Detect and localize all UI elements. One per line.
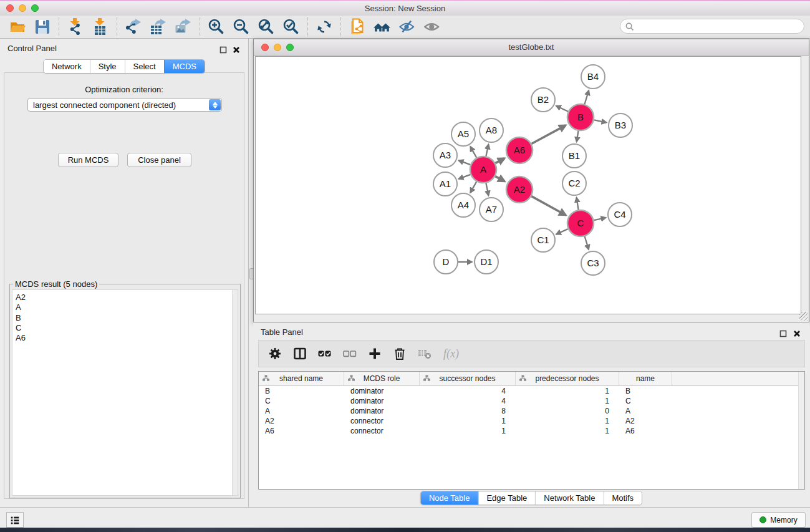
table-cell[interactable]: 1	[420, 417, 516, 425]
graph-node-B3[interactable]: B3	[609, 114, 632, 137]
criterion-dropdown[interactable]: largest connected component (directed)	[27, 98, 222, 112]
tab-network[interactable]: Network	[44, 60, 90, 73]
graph-node-C3[interactable]: C3	[581, 251, 605, 275]
import-table-icon[interactable]	[88, 17, 113, 37]
table-cell[interactable]: 1	[420, 427, 516, 435]
new-network-from-selection-icon[interactable]	[345, 17, 370, 37]
float-table-panel-icon[interactable]	[779, 329, 787, 336]
graph-node-A7[interactable]: A7	[480, 198, 503, 221]
close-table-panel-icon[interactable]	[793, 329, 801, 336]
graph-node-A2[interactable]: A2	[506, 177, 533, 203]
table-row[interactable]: Cdominator41C	[259, 396, 804, 406]
table-cell[interactable]: 0	[516, 407, 619, 415]
table-cell[interactable]: 1	[516, 427, 619, 435]
graph-node-A1[interactable]: A1	[433, 172, 457, 196]
hide-selected-icon[interactable]	[395, 17, 420, 37]
list-scrollbar[interactable]	[232, 290, 238, 495]
table-cell[interactable]: connector	[344, 427, 420, 435]
mcds-result-item[interactable]: A2	[12, 293, 238, 302]
graph-node-C4[interactable]: C4	[608, 203, 632, 226]
column-header-predecessor-nodes[interactable]: predecessor nodes	[516, 372, 619, 385]
graph-node-D[interactable]: D	[434, 250, 458, 274]
graph-edge-C-C4[interactable]	[594, 218, 606, 220]
mcds-result-item[interactable]: B	[12, 313, 238, 323]
graph-edge-B-B1[interactable]	[577, 131, 579, 142]
run-mcds-button[interactable]: Run MCDS	[58, 153, 118, 167]
zoom-view-button[interactable]	[286, 44, 294, 51]
graph-edge-C-C3[interactable]	[585, 236, 589, 249]
open-session-icon[interactable]	[5, 17, 30, 37]
graph-edge-B-B2[interactable]	[556, 106, 568, 112]
graph-node-C[interactable]: C	[567, 210, 594, 236]
table-cell[interactable]: C	[259, 397, 344, 405]
graph-edge-A2-C[interactable]	[531, 196, 566, 215]
select-all-columns-icon[interactable]	[317, 346, 332, 361]
tab-motifs[interactable]: Motifs	[603, 491, 642, 505]
graph-edge-C-C1[interactable]	[556, 229, 568, 235]
mcds-result-item[interactable]: A6	[12, 333, 238, 343]
graph-node-C2[interactable]: C2	[562, 172, 586, 195]
graph-edge-A-A8[interactable]	[486, 145, 488, 157]
resize-grip-icon[interactable]	[799, 312, 808, 321]
minimize-view-button[interactable]	[274, 44, 281, 51]
graph-edge-A-A3[interactable]	[459, 160, 471, 165]
table-cell[interactable]: 1	[516, 417, 619, 425]
graph-node-A8[interactable]: A8	[480, 118, 503, 142]
table-cell[interactable]: 1	[516, 387, 619, 395]
export-network-icon[interactable]	[121, 17, 146, 37]
tab-node-table[interactable]: Node Table	[421, 491, 478, 505]
table-cell[interactable]: A6	[619, 427, 672, 435]
close-view-button[interactable]	[261, 44, 269, 51]
graph-node-B4[interactable]: B4	[581, 65, 605, 89]
table-cell[interactable]: 4	[420, 387, 516, 395]
search-box[interactable]	[620, 19, 804, 34]
table-cell[interactable]: B	[259, 387, 344, 395]
zoom-out-icon[interactable]	[229, 17, 254, 37]
table-cell[interactable]: A	[619, 407, 672, 415]
table-row[interactable]: A2connector11A2	[259, 416, 804, 426]
zoom-selected-icon[interactable]	[279, 17, 304, 37]
close-panel-button[interactable]: Close panel	[127, 153, 191, 167]
table-cell[interactable]: A2	[619, 417, 672, 425]
table-cell[interactable]: A2	[259, 417, 344, 425]
table-row[interactable]: Adominator80A	[259, 406, 804, 416]
graph-edge-B-B4[interactable]	[585, 90, 589, 104]
delete-table-icon[interactable]	[417, 346, 432, 361]
zoom-in-icon[interactable]	[204, 17, 229, 37]
table-cell[interactable]: 4	[420, 397, 516, 405]
network-canvas[interactable]: B4B2BB3A5A8A6B1A3AA1C2A2A4A7C4CC1C3DD1	[255, 56, 801, 314]
column-header-MCDS-role[interactable]: MCDS role	[344, 372, 420, 385]
graph-node-B[interactable]: B	[567, 104, 594, 130]
search-input[interactable]	[637, 20, 801, 34]
function-builder-icon[interactable]: f(x)	[442, 347, 459, 360]
close-window-button[interactable]	[6, 4, 14, 12]
first-neighbors-icon[interactable]	[370, 17, 395, 37]
mcds-result-list[interactable]: A2ABCA6	[12, 289, 238, 496]
show-columns-icon[interactable]	[292, 346, 307, 361]
export-image-icon[interactable]	[171, 17, 196, 37]
tab-mcds[interactable]: MCDS	[164, 60, 205, 73]
zoom-fit-icon[interactable]	[254, 17, 279, 37]
table-cell[interactable]: dominator	[344, 387, 420, 395]
table-cell[interactable]: 8	[420, 407, 516, 415]
graph-node-A3[interactable]: A3	[433, 143, 457, 167]
graph-edge-A-A5[interactable]	[470, 147, 476, 158]
mcds-result-item[interactable]: A	[12, 302, 238, 312]
show-all-icon[interactable]	[420, 17, 445, 37]
table-row[interactable]: A6connector11A6	[259, 426, 804, 436]
delete-column-icon[interactable]	[392, 346, 407, 361]
column-header-successor-nodes[interactable]: successor nodes	[420, 372, 516, 385]
deselect-all-columns-icon[interactable]	[342, 346, 357, 361]
graph-node-D1[interactable]: D1	[475, 250, 498, 274]
graph-edge-A-A2[interactable]	[495, 177, 504, 181]
tab-edge-table[interactable]: Edge Table	[478, 491, 535, 505]
zoom-window-button[interactable]	[31, 4, 39, 12]
graph-edge-A-A1[interactable]	[459, 175, 471, 179]
graph-node-B2[interactable]: B2	[531, 88, 555, 112]
graph-edge-A6-B[interactable]	[531, 125, 566, 144]
table-cell[interactable]: connector	[344, 417, 420, 425]
export-table-icon[interactable]	[146, 17, 171, 37]
memory-button[interactable]: Memory	[751, 512, 806, 528]
graph-node-A5[interactable]: A5	[451, 122, 475, 146]
graph-node-A4[interactable]: A4	[451, 193, 475, 217]
